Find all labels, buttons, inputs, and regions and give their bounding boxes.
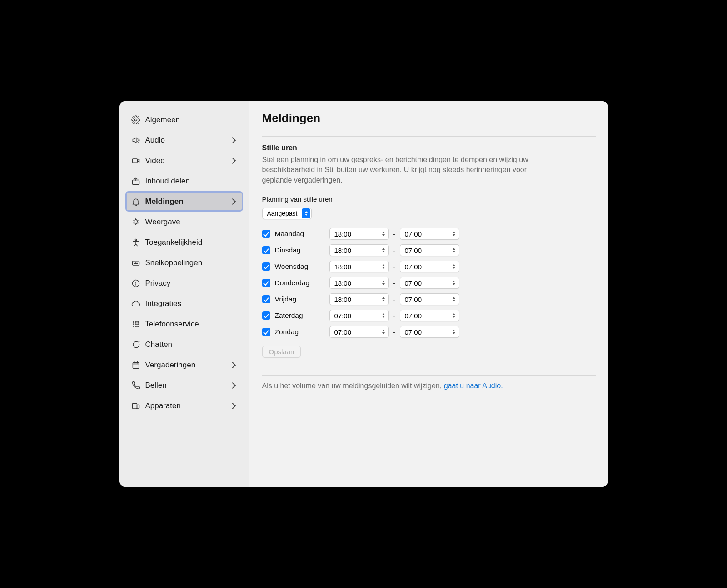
stepper-icon[interactable] xyxy=(381,297,387,301)
divider xyxy=(262,136,596,137)
time-from-input[interactable]: 18:00 xyxy=(329,277,389,289)
range-dash: - xyxy=(389,263,400,271)
time-from-value: 18:00 xyxy=(334,247,381,254)
chevron-right-icon xyxy=(229,137,235,143)
sidebar-item-apparaten[interactable]: Apparaten xyxy=(125,395,243,416)
time-from-input[interactable]: 18:00 xyxy=(329,244,389,256)
day-enable-checkbox[interactable] xyxy=(262,246,270,254)
day-row: Zaterdag07:00-07:00 xyxy=(262,307,596,324)
svg-point-15 xyxy=(133,326,134,326)
stepper-icon[interactable] xyxy=(451,232,457,236)
stepper-icon[interactable] xyxy=(381,264,387,269)
keyboard-icon xyxy=(131,258,141,268)
day-label: Woensdag xyxy=(275,262,329,271)
sidebar-item-label: Apparaten xyxy=(145,401,230,410)
stepper-icon[interactable] xyxy=(381,281,387,285)
day-label: Maandag xyxy=(275,230,329,238)
time-from-input[interactable]: 18:00 xyxy=(329,228,389,240)
sidebar-item-label: Weergave xyxy=(145,217,238,227)
day-enable-checkbox[interactable] xyxy=(262,295,270,303)
day-row: Maandag18:00-07:00 xyxy=(262,226,596,242)
time-to-value: 07:00 xyxy=(405,230,451,238)
sidebar-item-video[interactable]: Video xyxy=(125,150,243,171)
sidebar-item-chatten[interactable]: Chatten xyxy=(125,334,243,355)
schedule-mode-dropdown[interactable]: Aangepast xyxy=(262,208,312,219)
time-to-input[interactable]: 07:00 xyxy=(400,310,459,321)
svg-point-11 xyxy=(137,321,138,322)
time-from-input[interactable]: 18:00 xyxy=(329,261,389,272)
sidebar-item-inhoud-delen[interactable]: Inhoud delen xyxy=(125,171,243,191)
chevron-right-icon xyxy=(229,402,235,409)
stepper-icon[interactable] xyxy=(451,297,457,301)
stepper-icon[interactable] xyxy=(451,248,457,252)
sidebar-item-privacy[interactable]: Privacy xyxy=(125,273,243,293)
time-to-value: 07:00 xyxy=(405,247,451,254)
calendar-icon xyxy=(131,360,141,370)
range-dash: - xyxy=(389,247,400,254)
svg-point-8 xyxy=(135,284,136,285)
stepper-icon[interactable] xyxy=(451,281,457,285)
time-from-value: 18:00 xyxy=(334,263,381,271)
time-from-input[interactable]: 18:00 xyxy=(329,293,389,305)
day-enable-checkbox[interactable] xyxy=(262,262,270,271)
stepper-icon[interactable] xyxy=(381,248,387,252)
stepper-icon[interactable] xyxy=(451,330,457,334)
sidebar-item-bellen[interactable]: Bellen xyxy=(125,375,243,395)
day-enable-checkbox[interactable] xyxy=(262,328,270,336)
sidebar-item-integraties[interactable]: Integraties xyxy=(125,293,243,314)
time-from-input[interactable]: 07:00 xyxy=(329,326,389,338)
audio-link[interactable]: gaat u naar Audio. xyxy=(444,382,503,390)
day-enable-checkbox[interactable] xyxy=(262,279,270,287)
phone-icon xyxy=(131,380,141,390)
stepper-icon[interactable] xyxy=(451,264,457,269)
footnote: Als u het volume van uw meldingsgeluiden… xyxy=(262,375,596,390)
stepper-icon[interactable] xyxy=(381,313,387,318)
sidebar-item-toegankelijkheid[interactable]: Toegankelijkheid xyxy=(125,232,243,252)
save-button[interactable]: Opslaan xyxy=(262,346,301,358)
dialpad-icon xyxy=(131,319,141,329)
time-to-input[interactable]: 07:00 xyxy=(400,244,459,256)
sidebar-item-weergave[interactable]: Weergave xyxy=(125,212,243,232)
range-dash: - xyxy=(389,328,400,336)
stepper-icon[interactable] xyxy=(381,330,387,334)
range-dash: - xyxy=(389,296,400,303)
stepper-icon[interactable] xyxy=(381,232,387,236)
time-to-input[interactable]: 07:00 xyxy=(400,293,459,305)
svg-rect-6 xyxy=(132,261,139,265)
content-pane: Meldingen Stille uren Stel een planning … xyxy=(249,101,608,487)
svg-point-16 xyxy=(135,326,136,326)
stepper-icon[interactable] xyxy=(451,313,457,318)
svg-rect-2 xyxy=(132,158,137,162)
sidebar-item-label: Chatten xyxy=(145,340,238,349)
settings-window: AlgemeenAudioVideoInhoud delenMeldingenW… xyxy=(119,101,608,487)
svg-point-13 xyxy=(135,323,136,324)
day-row: Donderdag18:00-07:00 xyxy=(262,275,596,291)
time-from-input[interactable]: 07:00 xyxy=(329,310,389,321)
sidebar-item-label: Meldingen xyxy=(145,197,230,206)
speaker-icon xyxy=(131,135,141,145)
range-dash: - xyxy=(389,279,400,287)
svg-point-5 xyxy=(135,239,136,240)
sidebar-item-label: Snelkoppelingen xyxy=(145,258,238,267)
sidebar-item-label: Vergaderingen xyxy=(145,361,230,370)
time-to-input[interactable]: 07:00 xyxy=(400,261,459,272)
sidebar-item-snelkoppelingen[interactable]: Snelkoppelingen xyxy=(125,252,243,273)
sidebar-item-vergaderingen[interactable]: Vergaderingen xyxy=(125,355,243,375)
sidebar-item-algemeen[interactable]: Algemeen xyxy=(125,109,243,130)
day-enable-checkbox[interactable] xyxy=(262,230,270,238)
sidebar-item-telefoonservice[interactable]: Telefoonservice xyxy=(125,314,243,334)
svg-point-0 xyxy=(134,119,137,121)
time-to-input[interactable]: 07:00 xyxy=(400,326,459,338)
devices-icon xyxy=(131,401,141,411)
sidebar-item-audio[interactable]: Audio xyxy=(125,130,243,150)
gear-icon xyxy=(131,115,141,125)
day-label: Zaterdag xyxy=(275,311,329,320)
time-to-input[interactable]: 07:00 xyxy=(400,228,459,240)
day-enable-checkbox[interactable] xyxy=(262,311,270,320)
quiet-hours-schedule: Maandag18:00-07:00Dinsdag18:00-07:00Woen… xyxy=(262,226,596,340)
sidebar-item-label: Toegankelijkheid xyxy=(145,238,238,247)
time-to-value: 07:00 xyxy=(405,296,451,303)
time-to-input[interactable]: 07:00 xyxy=(400,277,459,289)
page-title: Meldingen xyxy=(262,111,596,125)
sidebar-item-meldingen[interactable]: Meldingen xyxy=(125,191,243,212)
